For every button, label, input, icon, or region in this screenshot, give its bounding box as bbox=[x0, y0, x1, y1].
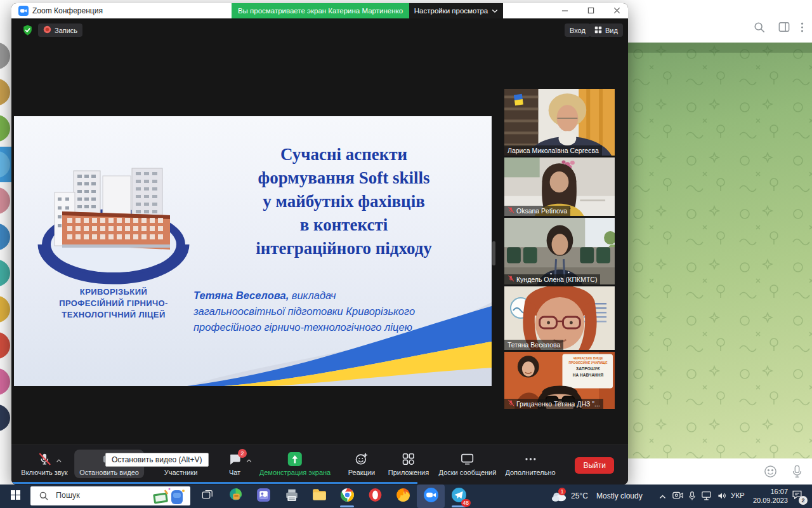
participant-name-label: Тетяна Веселова bbox=[504, 340, 563, 350]
chevron-up-icon[interactable] bbox=[56, 457, 62, 464]
zoom-icon bbox=[423, 487, 439, 505]
чат-button[interactable]: 2Чат bbox=[223, 450, 247, 478]
voice-message-icon[interactable] bbox=[792, 465, 802, 481]
security-shield-icon[interactable] bbox=[22, 24, 34, 39]
minimize-button[interactable] bbox=[554, 3, 575, 18]
video-panel-collapse-handle[interactable] bbox=[492, 241, 495, 265]
taskbar-search[interactable]: Пошук bbox=[30, 486, 190, 505]
search-placeholder: Пошук bbox=[56, 491, 80, 500]
menu-kebab-icon[interactable] bbox=[801, 22, 804, 36]
unread-badge: 2 bbox=[238, 449, 247, 458]
language-indicator[interactable]: УКР bbox=[731, 491, 745, 499]
chat-avatar[interactable] bbox=[0, 404, 10, 431]
weather-description[interactable]: Mostly cloudy bbox=[596, 491, 643, 500]
view-options-dropdown[interactable]: Настройки просмотра bbox=[409, 3, 503, 18]
emoji-icon[interactable] bbox=[764, 465, 777, 481]
screen: Zoom Конференция Вы просматриваете экран… bbox=[0, 0, 812, 508]
chat-avatar[interactable] bbox=[0, 296, 10, 323]
weather-temperature[interactable]: 25°C bbox=[571, 491, 588, 500]
chat-avatar[interactable] bbox=[0, 79, 10, 105]
share-screen-icon bbox=[287, 451, 303, 468]
chat-avatar[interactable] bbox=[0, 224, 10, 250]
zoom-meeting-window: Zoom Конференция Вы просматриваете экран… bbox=[11, 3, 628, 485]
firefox-taskbar-button[interactable] bbox=[389, 485, 417, 508]
chevron-down-icon bbox=[492, 3, 498, 18]
приложения-button[interactable]: Приложения bbox=[383, 450, 434, 478]
реакции-button[interactable]: Реакции bbox=[343, 450, 381, 478]
time: 16:07 bbox=[749, 488, 788, 497]
scan-app-taskbar-button[interactable] bbox=[249, 485, 277, 508]
printer-taskbar-button[interactable] bbox=[277, 485, 305, 508]
zoom-taskbar-button[interactable] bbox=[417, 485, 445, 508]
lyceum-logo bbox=[37, 166, 190, 285]
recruitment-poster: ЧЕРКАСЬКЕ ВИЩЕПРОФЕСІЙНЕ УЧИЛИЩЕЗАПРОШУЄ… bbox=[565, 356, 611, 378]
ukraine-flag-wave bbox=[187, 291, 492, 386]
utility-app-icon bbox=[228, 487, 244, 505]
chrome-taskbar-button[interactable] bbox=[333, 485, 361, 508]
демонстрация-экрана-button[interactable]: Демонстрация экрана bbox=[254, 450, 336, 478]
windows-taskbar: Пошук 48 1 25°C Mostly cloudy УКР 16:07 … bbox=[0, 485, 812, 508]
zoom-logo-icon bbox=[18, 6, 29, 18]
participant-video[interactable]: Лариса Миколаївна Сергеєва bbox=[504, 89, 615, 156]
participant-video[interactable]: ЧЕРКАСЬКЕ ВИЩЕПРОФЕСІЙНЕ УЧИЛИЩЕЗАПРОШУЄ… bbox=[504, 352, 615, 409]
maximize-button[interactable] bbox=[580, 3, 601, 18]
stop-video-tooltip: Остановить видео (Alt+V) bbox=[105, 453, 209, 467]
chrome-icon bbox=[339, 487, 355, 505]
telegram-message-input[interactable] bbox=[628, 458, 812, 485]
доски-сообщений-button[interactable]: Доски сообщений bbox=[434, 450, 502, 478]
record-icon bbox=[43, 25, 51, 35]
participant-name-label: Лариса Миколаївна Сергеєва bbox=[504, 145, 602, 156]
windows-logo-icon bbox=[11, 490, 20, 502]
hidden-icons-chevron[interactable] bbox=[658, 492, 667, 504]
unread-badge: 48 bbox=[461, 499, 471, 507]
accent-line bbox=[11, 482, 417, 484]
task-view-icon bbox=[202, 490, 213, 503]
mic-tray-icon[interactable] bbox=[688, 491, 696, 504]
notification-center-button[interactable]: 2 bbox=[792, 490, 802, 502]
chat-avatar[interactable] bbox=[0, 332, 10, 359]
дополнительно-button[interactable]: Дополнительно bbox=[500, 450, 560, 478]
start-button[interactable] bbox=[0, 485, 30, 508]
close-button[interactable] bbox=[606, 3, 627, 18]
clock[interactable]: 16:07 20.09.2023 bbox=[749, 488, 788, 505]
task-view-taskbar-button[interactable] bbox=[193, 485, 221, 508]
search-icon[interactable] bbox=[754, 22, 765, 36]
camera-tray-icon[interactable] bbox=[672, 491, 683, 502]
participant-video[interactable]: Кундель Олена (КПКМТС) bbox=[504, 218, 615, 284]
participant-name-label: Oksana Petinova bbox=[504, 206, 570, 216]
leave-meeting-button[interactable]: Выйти bbox=[575, 457, 614, 474]
chat-avatar[interactable] bbox=[0, 368, 10, 395]
reactions-icon bbox=[355, 452, 369, 467]
login-button[interactable]: Вход bbox=[565, 23, 591, 37]
utility-app-taskbar-button[interactable] bbox=[221, 485, 249, 508]
weather-alert-badge: 1 bbox=[558, 488, 566, 495]
telegram-taskbar-button[interactable]: 48 bbox=[445, 485, 473, 508]
participant-name-label: Кундель Олена (КПКМТС) bbox=[504, 274, 600, 284]
telegram-header bbox=[628, 0, 812, 43]
view-button[interactable]: Вид bbox=[589, 23, 623, 37]
slide-title: Сучасні аспекти формування Soft skills у… bbox=[201, 143, 487, 260]
chat-avatar[interactable] bbox=[0, 260, 10, 286]
chat-avatar[interactable] bbox=[0, 187, 10, 214]
apps-icon bbox=[402, 452, 416, 467]
window-title: Zoom Конференция bbox=[32, 6, 103, 15]
whiteboard-icon bbox=[461, 452, 475, 467]
включить-звук-button[interactable]: Включить звук bbox=[16, 450, 72, 478]
mic-off-icon bbox=[37, 452, 51, 467]
chat-avatar[interactable] bbox=[0, 115, 10, 142]
scan-app-icon bbox=[256, 487, 272, 505]
panel-toggle-icon[interactable] bbox=[778, 22, 790, 35]
ethernet-icon[interactable] bbox=[701, 491, 712, 503]
file-explorer-taskbar-button[interactable] bbox=[305, 485, 333, 508]
zoom-titlebar: Zoom Конференция Вы просматриваете экран… bbox=[11, 3, 628, 18]
chevron-up-icon[interactable] bbox=[246, 457, 252, 464]
participant-video[interactable]: Oksana Petinova bbox=[504, 157, 615, 216]
recording-indicator[interactable]: Запись bbox=[38, 23, 82, 37]
participant-video[interactable]: Тетяна Веселова bbox=[504, 286, 615, 350]
mic-off-icon bbox=[508, 399, 514, 409]
chat-avatar[interactable] bbox=[0, 43, 10, 69]
volume-icon[interactable] bbox=[717, 491, 727, 503]
screen-share-banner: Вы просматриваете экран Катерина Мартине… bbox=[232, 3, 409, 18]
notification-badge: 2 bbox=[799, 496, 808, 505]
opera-taskbar-button[interactable] bbox=[361, 485, 389, 508]
